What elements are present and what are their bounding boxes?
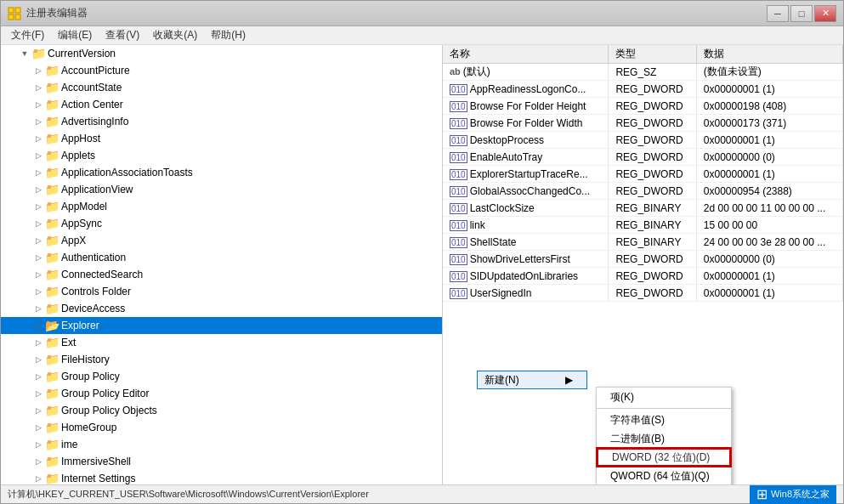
table-row[interactable]: 010link REG_BINARY 15 00 00 00 bbox=[443, 217, 843, 234]
tree-item-connected-search[interactable]: ▷ 📁 ConnectedSearch bbox=[1, 266, 442, 283]
table-row[interactable]: ab(默认) REG_SZ (数值未设置) bbox=[443, 64, 843, 81]
minimize-button[interactable]: ─ bbox=[767, 5, 789, 22]
menu-help[interactable]: 帮助(H) bbox=[204, 26, 252, 44]
tree-item-authentication[interactable]: ▷ 📁 Authentication bbox=[1, 249, 442, 266]
expand-icon: ▷ bbox=[31, 200, 45, 213]
tree-label: AppSync bbox=[61, 218, 102, 229]
table-row[interactable]: 010ShowDriveLettersFirst REG_DWORD 0x000… bbox=[443, 251, 843, 268]
registry-table[interactable]: 名称 类型 数据 ab(默认) REG_SZ (数值未设置) bbox=[443, 45, 843, 484]
folder-icon: 📁 bbox=[31, 48, 45, 59]
tree-item-appmodel[interactable]: ▷ 📁 AppModel bbox=[1, 198, 442, 215]
tree-item-appasso[interactable]: ▷ 📁 ApplicationAssociationToasts bbox=[1, 164, 442, 181]
reg-data: 24 00 00 00 3e 28 00 00 ... bbox=[696, 234, 842, 251]
tree-item-apphost[interactable]: ▷ 📁 AppHost bbox=[1, 130, 442, 147]
expand-icon: ▷ bbox=[31, 438, 45, 451]
folder-icon: 📁 bbox=[45, 150, 59, 161]
reg-data: 0x00000001 (1) bbox=[696, 132, 842, 149]
tree-label: AppX bbox=[61, 235, 86, 246]
expand-icon: ▷ bbox=[31, 234, 45, 247]
svg-rect-0 bbox=[8, 8, 14, 13]
tree-label: Group Policy bbox=[61, 371, 120, 382]
menu-edit[interactable]: 编辑(E) bbox=[51, 26, 99, 44]
reg-data: 15 00 00 00 bbox=[696, 217, 842, 234]
reg-data: (数值未设置) bbox=[696, 64, 842, 81]
expand-icon: ▷ bbox=[31, 319, 45, 332]
tree-item-accountpicture[interactable]: ▷ 📁 AccountPicture bbox=[1, 62, 442, 79]
registry-path: 计算机\HKEY_CURRENT_USER\Software\Microsoft… bbox=[8, 488, 369, 501]
tree-label: ApplicationAssociationToasts bbox=[61, 167, 193, 178]
tree-label: Ext bbox=[61, 337, 76, 348]
tree-label: AdvertisingInfo bbox=[61, 116, 128, 127]
table-row[interactable]: 010SIDUpdatedOnLibraries REG_DWORD 0x000… bbox=[443, 268, 843, 285]
reg-type: REG_SZ bbox=[609, 64, 696, 81]
reg-data: 0x00000001 (1) bbox=[696, 81, 842, 98]
reg-type-icon: 010 bbox=[450, 254, 467, 265]
table-row[interactable]: 010Browse For Folder Width REG_DWORD 0x0… bbox=[443, 115, 843, 132]
folder-icon: 📁 bbox=[45, 269, 59, 280]
tree-item-accountstate[interactable]: ▷ 📁 AccountState bbox=[1, 79, 442, 96]
maximize-button[interactable]: □ bbox=[790, 5, 813, 22]
reg-data: 0x00000001 (1) bbox=[696, 268, 842, 285]
tree-item-advertisinginfo[interactable]: ▷ 📁 AdvertisingInfo bbox=[1, 113, 442, 130]
menu-file[interactable]: 文件(F) bbox=[4, 26, 51, 44]
folder-icon: 📁 bbox=[45, 405, 59, 416]
col-header-type: 类型 bbox=[609, 45, 696, 64]
menu-favorites[interactable]: 收藏夹(A) bbox=[146, 26, 204, 44]
folder-icon: 📁 bbox=[45, 371, 59, 382]
reg-data: 0x00000000 (0) bbox=[696, 149, 842, 166]
expand-icon: ▷ bbox=[31, 251, 45, 264]
tree-item-homegroup[interactable]: ▷ 📁 HomeGroup bbox=[1, 419, 442, 436]
tree-item-appx[interactable]: ▷ 📁 AppX bbox=[1, 232, 442, 249]
tree-item-group-policy-objects[interactable]: ▷ 📁 Group Policy Objects bbox=[1, 402, 442, 419]
tree-item-applets[interactable]: ▷ 📁 Applets bbox=[1, 147, 442, 164]
reg-data: 0x00000173 (371) bbox=[696, 115, 842, 132]
tree-item-immersiveshell[interactable]: ▷ 📁 ImmersiveShell bbox=[1, 453, 442, 470]
reg-type-icon: 010 bbox=[450, 203, 467, 214]
tree-item-appview[interactable]: ▷ 📁 ApplicationView bbox=[1, 181, 442, 198]
reg-name: 010DesktopProcess bbox=[443, 132, 609, 149]
tree-item-group-policy-editor[interactable]: ▷ 📁 Group Policy Editor bbox=[1, 385, 442, 402]
registry-tree[interactable]: ▼ 📁 CurrentVersion ▷ 📁 AccountPicture ▷ … bbox=[1, 45, 443, 484]
folder-icon: 📁 bbox=[45, 99, 59, 110]
table-row[interactable]: 010ShellState REG_BINARY 24 00 00 00 3e … bbox=[443, 234, 843, 251]
tree-item-group-policy[interactable]: ▷ 📁 Group Policy bbox=[1, 368, 442, 385]
expand-icon: ▷ bbox=[31, 115, 45, 128]
win8-badge: ⊞ Win8系统之家 bbox=[750, 485, 836, 504]
table-row[interactable]: 010UserSignedIn REG_DWORD 0x00000001 (1) bbox=[443, 285, 843, 302]
reg-type-icon: ab bbox=[450, 66, 461, 76]
win8-badge-text: Win8系统之家 bbox=[771, 488, 830, 501]
folder-icon: 📁 bbox=[45, 167, 59, 178]
tree-item-filehistory[interactable]: ▷ 📁 FileHistory bbox=[1, 351, 442, 368]
table-row[interactable]: 010LastClockSize REG_BINARY 2d 00 00 00 … bbox=[443, 200, 843, 217]
reg-name: 010UserSignedIn bbox=[443, 285, 609, 302]
close-button[interactable]: ✕ bbox=[814, 5, 836, 22]
table-row[interactable]: 010DesktopProcess REG_DWORD 0x00000001 (… bbox=[443, 132, 843, 149]
svg-rect-1 bbox=[15, 8, 20, 13]
tree-label: ImmersiveShell bbox=[61, 456, 131, 467]
folder-icon: 📁 bbox=[45, 252, 59, 263]
folder-icon: 📁 bbox=[45, 65, 59, 76]
tree-item-appsync[interactable]: ▷ 📁 AppSync bbox=[1, 215, 442, 232]
folder-icon: 📁 bbox=[45, 116, 59, 127]
tree-item-deviceaccess[interactable]: ▷ 📁 DeviceAccess bbox=[1, 300, 442, 317]
tree-item-action-center[interactable]: ▷ 📁 Action Center bbox=[1, 96, 442, 113]
tree-item-currentversion[interactable]: ▼ 📁 CurrentVersion bbox=[1, 45, 442, 62]
reg-data: 0x00000954 (2388) bbox=[696, 183, 842, 200]
reg-type-icon: 010 bbox=[450, 135, 467, 146]
tree-item-ext[interactable]: ▷ 📁 Ext bbox=[1, 334, 442, 351]
table-row[interactable]: 010GlobalAssocChangedCo... REG_DWORD 0x0… bbox=[443, 183, 843, 200]
reg-type: REG_BINARY bbox=[609, 234, 696, 251]
tree-item-controls-folder[interactable]: ▷ 📁 Controls Folder bbox=[1, 283, 442, 300]
tree-item-explorer[interactable]: ▷ 📂 Explorer bbox=[1, 317, 442, 334]
expand-icon: ▷ bbox=[31, 370, 45, 383]
reg-type-icon: 010 bbox=[450, 152, 467, 163]
tree-label: ConnectedSearch bbox=[61, 269, 143, 280]
table-row[interactable]: 010AppReadinessLogonCo... REG_DWORD 0x00… bbox=[443, 81, 843, 98]
table-row[interactable]: 010ExplorerStartupTraceRe... REG_DWORD 0… bbox=[443, 166, 843, 183]
table-row[interactable]: 010Browse For Folder Height REG_DWORD 0x… bbox=[443, 98, 843, 115]
table-row[interactable]: 010EnableAutoTray REG_DWORD 0x00000000 (… bbox=[443, 149, 843, 166]
tree-item-ime[interactable]: ▷ 📁 ime bbox=[1, 436, 442, 453]
menu-view[interactable]: 查看(V) bbox=[99, 26, 146, 44]
reg-name: 010SIDUpdatedOnLibraries bbox=[443, 268, 609, 285]
tree-item-internet-settings[interactable]: ▷ 📁 Internet Settings bbox=[1, 470, 442, 484]
